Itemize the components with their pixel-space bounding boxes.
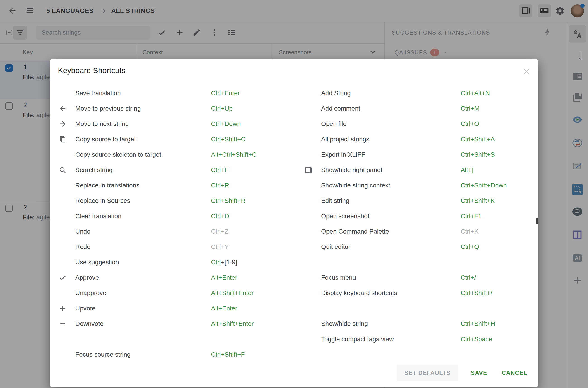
shortcut-row: Quit editorCtrl+Q	[303, 239, 534, 255]
shortcut-keys[interactable]: Ctrl+Down	[211, 120, 241, 127]
shortcuts-column-left: Save translationCtrl+EnterMove to previo…	[57, 85, 297, 362]
shortcut-row: Open Command PaletteCtrl+K	[303, 224, 534, 239]
shortcut-keys[interactable]: Ctrl+Shift+R	[211, 197, 245, 204]
shortcut-label: Show/hide string context	[321, 182, 461, 189]
shortcut-keys[interactable]: Alt+Enter	[211, 305, 237, 312]
shortcut-keys[interactable]: Ctrl+Up	[211, 105, 233, 112]
shortcut-keys[interactable]: Ctrl+Y	[211, 243, 229, 250]
modal-scrollbar[interactable]	[536, 218, 538, 224]
shortcut-row: Show/hide string contextCtrl+Shift+Down	[303, 178, 534, 193]
shortcut-keys[interactable]: Ctrl+Shift+K	[461, 197, 495, 204]
shortcut-label: Clear translation	[75, 213, 211, 220]
shortcut-row: Save translationCtrl+Enter	[57, 85, 297, 101]
shortcut-keys[interactable]: Ctrl+F	[211, 167, 228, 174]
shortcut-label: Display keyboard shortcuts	[321, 290, 461, 297]
shortcut-row: UndoCtrl+Z	[57, 224, 297, 239]
shortcut-spacer	[303, 255, 534, 270]
shortcut-label: Use suggestion	[75, 259, 211, 266]
shortcut-row: Export in XLIFFCtrl+Shift+S	[303, 147, 534, 162]
shortcut-row: Open screenshotCtrl+F1	[303, 208, 534, 224]
cancel-button[interactable]: CANCEL	[500, 365, 529, 381]
shortcut-label: Add comment	[321, 105, 461, 112]
shortcut-label: Focus source string	[75, 351, 211, 358]
shortcut-keys[interactable]: Ctrl+Shift+C	[211, 136, 245, 143]
shortcut-row: Replace in translationsCtrl+R	[57, 178, 297, 193]
check-icon	[57, 274, 68, 282]
shortcuts-column-right: Add StringCtrl+Alt+NAdd commentCtrl+MOpe…	[303, 85, 534, 347]
shortcut-label: Search string	[75, 167, 211, 174]
shortcut-label: Undo	[75, 228, 211, 235]
shortcut-keys[interactable]: Ctrl+Shift+H	[461, 320, 495, 327]
shortcut-keys[interactable]: Ctrl+Shift+Down	[461, 182, 507, 189]
shortcut-label: Move to previous string	[75, 105, 211, 112]
shortcut-spacer	[57, 332, 297, 347]
shortcut-row: Replace in SourcesCtrl+Shift+R	[57, 193, 297, 208]
shortcut-keys[interactable]: Ctrl+Enter	[211, 90, 240, 97]
shortcut-keys[interactable]: Alt+Ctrl+Shift+C	[211, 151, 257, 158]
shortcut-keys[interactable]: Alt+Enter	[211, 274, 237, 281]
shortcut-keys[interactable]: Ctrl+Shift+F	[211, 351, 245, 358]
shortcut-row: Open fileCtrl+O	[303, 116, 534, 132]
shortcut-label: Unapprove	[75, 290, 211, 297]
shortcut-keys[interactable]: Ctrl+Q	[461, 243, 479, 250]
shortcut-keys[interactable]: Alt+]	[461, 167, 474, 174]
search-icon	[57, 166, 68, 174]
plus-icon	[57, 304, 68, 313]
shortcut-keys[interactable]: Ctrl+Shift+A	[461, 136, 495, 143]
shortcut-label: Open screenshot	[321, 213, 461, 220]
shortcut-row: Focus menuCtrl+/	[303, 270, 534, 285]
shortcut-label: Upvote	[75, 305, 211, 312]
shortcut-keys[interactable]: Ctrl+D	[211, 213, 229, 220]
shortcut-label: Replace in Sources	[75, 197, 211, 204]
arrow-left-icon	[57, 104, 68, 113]
shortcut-label: Show/hide string	[321, 320, 461, 327]
shortcut-row: UpvoteAlt+Enter	[57, 301, 297, 316]
shortcut-keys[interactable]: Ctrl+F1	[461, 213, 482, 220]
shortcut-spacer	[303, 301, 534, 316]
save-button[interactable]: SAVE	[469, 365, 489, 381]
shortcut-label: Show/hide right panel	[321, 167, 461, 174]
shortcut-row: Search stringCtrl+F	[57, 162, 297, 178]
shortcut-keys[interactable]: Ctrl+Z	[211, 228, 228, 235]
shortcut-keys[interactable]: Ctrl+Alt+N	[461, 90, 490, 97]
shortcut-row: Show/hide right panelAlt+]	[303, 162, 534, 178]
panel-right-icon	[303, 166, 314, 174]
shortcut-keys[interactable]: Alt+Shift+Enter	[211, 320, 253, 327]
shortcut-row: Clear translationCtrl+D	[57, 208, 297, 224]
shortcut-label: Approve	[75, 274, 211, 281]
shortcut-row: RedoCtrl+Y	[57, 239, 297, 255]
shortcut-row: Edit stringCtrl+Shift+K	[303, 193, 534, 208]
shortcut-keys[interactable]: Ctrl+/	[461, 274, 476, 281]
shortcut-row: All project stringsCtrl+Shift+A	[303, 132, 534, 147]
shortcut-keys-suffix: +[1-9]	[221, 259, 237, 266]
shortcut-label: Export in XLIFF	[321, 151, 461, 158]
shortcut-keys[interactable]: Ctrl+Space	[461, 336, 492, 343]
set-defaults-button[interactable]: SET DEFAULTS	[397, 365, 458, 381]
shortcut-label: Open Command Palette	[321, 228, 461, 235]
shortcut-label: Copy source skeleton to target	[75, 151, 211, 158]
shortcut-row: Toggle compact tags viewCtrl+Space	[303, 332, 534, 347]
modal-title: Keyboard Shortcuts	[58, 66, 125, 75]
shortcut-row: Copy source skeleton to targetAlt+Ctrl+S…	[57, 147, 297, 162]
shortcut-row: Display keyboard shortcutsCtrl+Shift+/	[303, 285, 534, 301]
shortcut-row: Show/hide stringCtrl+Shift+H	[303, 316, 534, 332]
shortcut-label: All project strings	[321, 136, 461, 143]
shortcut-keys[interactable]: Ctrl+R	[211, 182, 229, 189]
shortcut-keys[interactable]: Ctrl+[1-9]	[211, 259, 237, 266]
shortcut-keys[interactable]: Ctrl+Shift+/	[461, 290, 492, 297]
shortcut-label: Add String	[321, 90, 461, 97]
shortcut-row: UnapproveAlt+Shift+Enter	[57, 285, 297, 301]
shortcut-keys[interactable]: Ctrl+M	[461, 105, 479, 112]
shortcut-keys[interactable]: Ctrl+O	[461, 120, 479, 127]
shortcut-keys[interactable]: Ctrl+Shift+S	[461, 151, 495, 158]
shortcut-label: Move to next string	[75, 120, 211, 127]
modal-footer: SET DEFAULTS SAVE CANCEL	[397, 365, 529, 381]
shortcut-row: Use suggestionCtrl+[1-9]	[57, 255, 297, 270]
shortcut-label: Redo	[75, 243, 211, 250]
close-button[interactable]	[521, 67, 532, 77]
shortcut-keys[interactable]: Alt+Shift+Enter	[211, 290, 253, 297]
shortcut-label: Downvote	[75, 320, 211, 327]
shortcut-row: Move to next stringCtrl+Down	[57, 116, 297, 132]
shortcut-row: Add commentCtrl+M	[303, 101, 534, 116]
shortcut-keys[interactable]: Ctrl+K	[461, 228, 479, 235]
